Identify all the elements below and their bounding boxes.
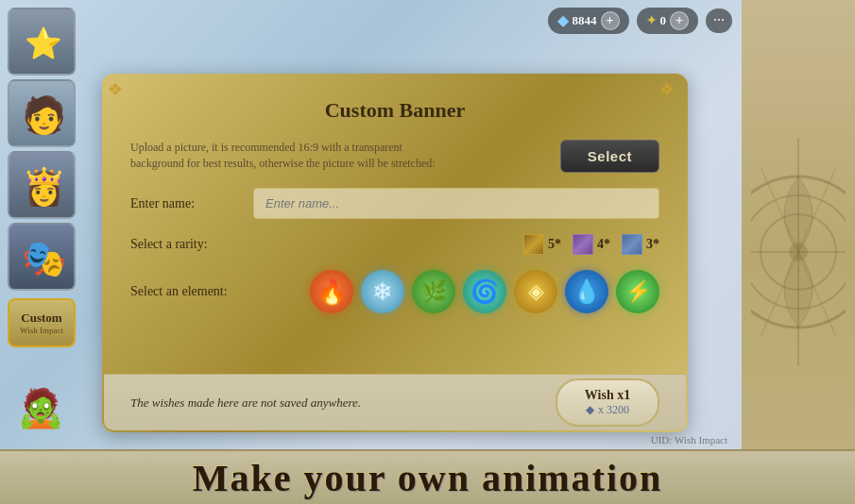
pyro-icon: 🔥 [316, 277, 347, 307]
fate-value: 0 [660, 13, 667, 28]
element-hydro-button[interactable]: 💧 [565, 270, 608, 313]
electro-icon: ⚡ [625, 279, 651, 304]
upload-description: Upload a picture, it is recommended 16:9… [130, 140, 436, 172]
element-pyro-button[interactable]: 🔥 [310, 270, 353, 313]
cryo-icon: ❄ [372, 277, 393, 307]
rarity-option-4star[interactable]: 4* [573, 234, 610, 255]
wish-button-label: Wish x1 [585, 388, 630, 403]
sidebar-item-star[interactable]: ⭐ [8, 8, 76, 76]
rarity-options: 5* 4* 3* [523, 234, 659, 255]
upload-section: Upload a picture, it is recommended 16:9… [130, 140, 659, 173]
element-field-label: Select an element: [130, 284, 253, 299]
add-primogem-button[interactable]: + [601, 11, 620, 30]
sidebar-item-char3[interactable]: 🎭 [8, 223, 76, 291]
sidebar-item-custom[interactable]: Custom Wish Impact [8, 298, 76, 347]
sidebar-item-char1[interactable]: 🧑 [8, 79, 76, 147]
rarity-4star-icon [573, 234, 593, 255]
sidebar-char2: 👸 [9, 153, 76, 219]
element-dendro-button[interactable]: 🌿 [412, 270, 455, 313]
sidebar-char3: 🎭 [9, 225, 76, 291]
bottom-note: The wishes made here are not saved anywh… [130, 395, 361, 411]
sidebar-char1: 🧑 [9, 81, 76, 147]
name-input[interactable] [253, 188, 659, 219]
geo-icon: ◈ [528, 279, 544, 304]
more-options-button[interactable]: ··· [706, 8, 732, 33]
wish-button-cost: ◆ x 3200 [586, 403, 629, 417]
rarity-4star-label: 4* [597, 237, 610, 252]
element-anemo-button[interactable]: 🌀 [463, 270, 506, 313]
wish-button[interactable]: Wish x1 ◆ x 3200 [556, 378, 659, 427]
add-fate-button[interactable]: + [670, 11, 689, 30]
dialog-bottom: The wishes made here are not saved anywh… [104, 374, 686, 430]
custom-banner-dialog: ❖ ❖ ❖ ❖ Custom Banner Upload a picture, … [102, 74, 688, 432]
uid-display: UID: Wish Impact [651, 434, 727, 445]
wish-cost-value: x 3200 [598, 403, 629, 417]
fate-icon: ✦ [646, 13, 657, 28]
sidebar-item-char2[interactable]: 👸 [8, 151, 76, 219]
rarity-3star-icon [622, 234, 642, 255]
element-geo-button[interactable]: ◈ [514, 270, 557, 313]
dendro-icon: 🌿 [421, 279, 447, 304]
fate-display: ✦ 0 + [637, 8, 699, 34]
wish-cost-icon: ◆ [586, 403, 594, 417]
right-decoration-icon [751, 63, 846, 441]
element-cryo-button[interactable]: ❄ [361, 270, 404, 313]
corner-decoration-tl: ❖ [108, 79, 130, 102]
primogem-icon: ◆ [557, 12, 569, 29]
right-panel [742, 0, 855, 504]
footer: Make your own animation [0, 449, 855, 504]
hydro-icon: 💧 [573, 278, 601, 305]
element-electro-button[interactable]: ⚡ [616, 270, 659, 313]
sidebar: ⭐ 🧑 👸 🎭 Custom Wish Impact 🧟 [0, 0, 83, 504]
dialog-title: Custom Banner [130, 98, 659, 123]
corner-decoration-tr: ❖ [659, 79, 682, 102]
name-section: Enter name: [130, 188, 659, 219]
rarity-field-label: Select a rarity: [130, 237, 253, 252]
rarity-5star-label: 5* [548, 237, 561, 252]
name-field-label: Enter name: [130, 196, 253, 211]
rarity-5star-icon [523, 234, 544, 255]
sidebar-char-bottom: 🧟 [8, 370, 74, 445]
footer-title: Make your own animation [193, 456, 663, 500]
anemo-icon: 🌀 [470, 278, 499, 305]
select-file-button[interactable]: Select [560, 140, 659, 173]
custom-tab-label: Custom [21, 311, 61, 326]
rarity-option-5star[interactable]: 5* [523, 234, 561, 255]
custom-tab-sublabel: Wish Impact [20, 326, 63, 335]
primogem-display: ◆ 8844 + [548, 8, 629, 34]
rarity-section: Select a rarity: 5* 4* 3* [130, 234, 659, 255]
element-options: 🔥 ❄ 🌿 🌀 ◈ 💧 ⚡ [310, 270, 659, 313]
sidebar-char-star: ⭐ [9, 9, 76, 76]
primogem-value: 8844 [573, 13, 597, 28]
rarity-3star-label: 3* [646, 237, 659, 252]
top-bar: ◆ 8844 + ✦ 0 + ··· [548, 8, 733, 34]
rarity-option-3star[interactable]: 3* [622, 234, 659, 255]
element-section: Select an element: 🔥 ❄ 🌿 🌀 ◈ [130, 270, 659, 313]
svg-point-7 [789, 243, 808, 261]
